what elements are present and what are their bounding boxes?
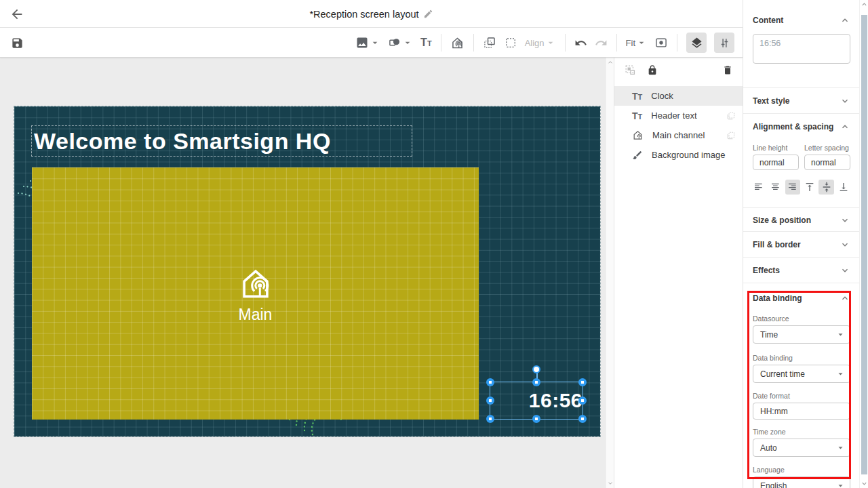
text-layer-icon: TT: [632, 110, 642, 121]
bring-forward-icon: [483, 36, 496, 49]
text-layer-icon: TT: [632, 91, 642, 102]
header-text-element[interactable]: Welcome to Smartsign HQ: [31, 125, 412, 157]
layer-item-main-channel[interactable]: Main channel: [614, 125, 743, 145]
flip-to-back-badge-icon: [726, 131, 736, 140]
vertical-align-center-icon: [821, 182, 832, 192]
letter-spacing-input[interactable]: [804, 155, 850, 170]
lock-icon: [647, 64, 658, 76]
page-scrollbar[interactable]: [859, 0, 868, 488]
datasource-select[interactable]: Time: [753, 325, 850, 344]
resize-handle-sw[interactable]: [486, 415, 494, 423]
insert-channel-button[interactable]: [450, 36, 465, 50]
screen-layout-canvas[interactable]: Welcome to Smartsign HQ Main 16:56: [14, 106, 600, 436]
main-channel-element[interactable]: Main: [32, 167, 479, 420]
save-icon: [11, 37, 24, 49]
data-binding-section-header[interactable]: Data binding: [743, 283, 859, 308]
dropdown-arrow-icon: [835, 443, 846, 453]
canvas-workspace: Welcome to Smartsign HQ Main 16:56: [0, 58, 614, 488]
group-select-button[interactable]: [624, 64, 637, 77]
resize-handle-se[interactable]: [578, 415, 587, 423]
bring-forward-button[interactable]: [483, 36, 496, 49]
redo-button[interactable]: [595, 37, 608, 49]
channel-layer-icon: [632, 129, 644, 141]
line-height-input[interactable]: [753, 155, 799, 170]
time-zone-select[interactable]: Auto: [753, 439, 850, 457]
clock-element-selected[interactable]: 16:56: [490, 382, 583, 420]
vertical-align-bottom-button[interactable]: [835, 180, 851, 195]
section-title: Text style: [753, 96, 789, 106]
date-format-input[interactable]: [753, 403, 850, 420]
scroll-up-icon[interactable]: [861, 1, 868, 8]
layer-item-clock[interactable]: TT Clock: [614, 86, 743, 106]
layers-panel-toggle[interactable]: [686, 33, 707, 53]
clock-text: 16:56: [529, 390, 583, 411]
undo-button[interactable]: [574, 37, 587, 49]
chevron-down-icon: [840, 216, 850, 225]
preview-icon: [654, 36, 668, 49]
language-select[interactable]: English: [753, 476, 850, 488]
page-title: *Reception screen layout: [309, 9, 418, 20]
align-right-button[interactable]: [785, 180, 801, 195]
canvas-scrollbar[interactable]: [606, 58, 614, 488]
scroll-down-icon[interactable]: [861, 480, 868, 487]
rotate-handle[interactable]: [532, 365, 540, 373]
zoom-fit-button[interactable]: Fit: [626, 37, 647, 48]
content-input[interactable]: 16:56: [753, 34, 850, 64]
save-button[interactable]: [11, 37, 24, 49]
insert-text-button[interactable]: TT: [420, 37, 432, 49]
time-zone-value: Auto: [760, 443, 777, 453]
resize-handle-s[interactable]: [532, 415, 540, 423]
datasource-value: Time: [760, 330, 778, 340]
align-button[interactable]: Align: [525, 37, 556, 48]
align-right-icon: [787, 182, 798, 192]
align-left-icon: [753, 182, 764, 192]
chevron-down-icon: [840, 266, 850, 275]
flip-to-back-badge-icon: [726, 111, 736, 121]
vertical-align-top-button[interactable]: [802, 180, 817, 195]
alignment-section-header[interactable]: Alignment & spacing: [743, 114, 859, 140]
language-label: Language: [753, 466, 850, 474]
resize-handle-n[interactable]: [532, 378, 540, 386]
section-alignment-spacing: Alignment & spacing Line height Letter s…: [743, 114, 859, 208]
undo-icon: [574, 37, 587, 49]
section-effects: Effects: [743, 258, 859, 283]
section-title: Fill & border: [753, 240, 801, 249]
scroll-down-icon[interactable]: [607, 480, 614, 487]
title-bar: *Reception screen layout: [0, 0, 743, 28]
align-center-button[interactable]: [768, 180, 784, 195]
data-binding-select[interactable]: Current time: [753, 365, 850, 383]
scroll-up-icon[interactable]: [607, 59, 614, 66]
lock-button[interactable]: [647, 64, 658, 76]
pencil-icon: [423, 9, 433, 19]
properties-panel-toggle[interactable]: [714, 33, 734, 53]
resize-handle-w[interactable]: [486, 396, 494, 405]
preview-button[interactable]: [654, 36, 668, 49]
insert-image-button[interactable]: [355, 36, 380, 49]
vertical-align-center-button[interactable]: [818, 180, 834, 195]
language-value: English: [760, 481, 787, 488]
toolbar-divider: [677, 34, 677, 52]
content-section-header[interactable]: Content: [743, 0, 859, 25]
insert-shape-button[interactable]: [388, 36, 413, 49]
resize-handle-ne[interactable]: [578, 378, 587, 386]
resize-handle-nw[interactable]: [486, 378, 494, 386]
date-format-label: Date format: [753, 392, 850, 400]
letter-spacing-label: Letter spacing: [804, 144, 850, 152]
chevron-down-icon: [840, 96, 850, 106]
layer-item-background-image[interactable]: Background image: [614, 145, 743, 165]
align-center-icon: [770, 182, 781, 192]
send-backward-button[interactable]: [504, 36, 517, 49]
effects-section-header[interactable]: Effects: [743, 258, 859, 283]
toolbar-divider: [565, 34, 566, 52]
align-left-button[interactable]: [751, 180, 767, 195]
chevron-up-icon: [840, 122, 850, 131]
delete-layer-button[interactable]: [722, 64, 733, 76]
size-position-section-header[interactable]: Size & position: [743, 208, 859, 232]
fill-border-section-header[interactable]: Fill & border: [743, 232, 859, 258]
scrollbar-thumb[interactable]: [861, 15, 867, 474]
layer-item-header-text[interactable]: TT Header text: [614, 106, 743, 125]
section-title: Size & position: [753, 216, 811, 225]
text-style-section-header[interactable]: Text style: [743, 88, 859, 114]
edit-title-button[interactable]: [423, 9, 433, 19]
resize-handle-e[interactable]: [578, 396, 587, 405]
